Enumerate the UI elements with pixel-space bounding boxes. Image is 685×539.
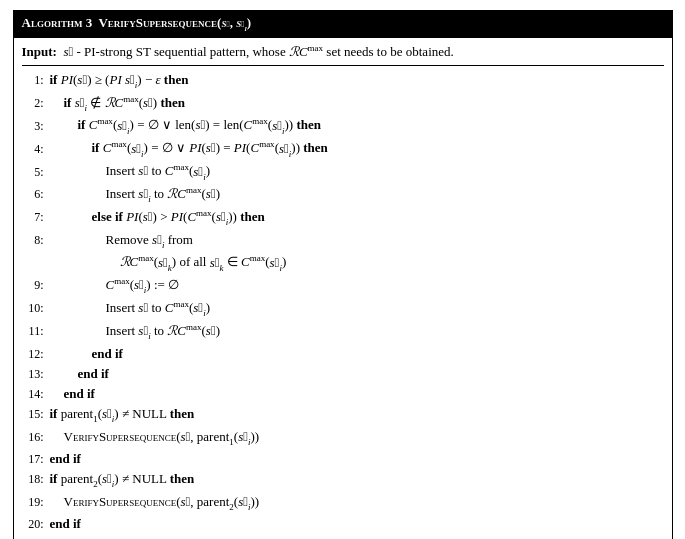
line-content-13: end if [50,364,664,384]
line-num-16: 16: [22,428,44,447]
line-7: 7: else if PI(s⃗) > PI(Cmax(s⃗i)) then [22,207,664,230]
algorithm-body: Input: s⃗ - PI-strong ST sequential patt… [14,38,672,539]
line-6: 6: Insert s⃗i to ℛCmax(s⃗) [22,184,664,207]
line-21: 21: end if [22,535,664,539]
line-num-1: 1: [22,71,44,90]
line-content-6: Insert s⃗i to ℛCmax(s⃗) [50,184,664,207]
line-content-8: Remove s⃗i from [50,230,664,253]
line-num-11: 11: [22,322,44,341]
line-1: 1: if PI(s⃗) ≥ (PI s⃗i) − ε then [22,70,664,93]
line-10: 10: Insert s⃗ to Cmax(s⃗i) [22,298,664,321]
line-num-13: 13: [22,365,44,384]
line-content-15: if parent1(s⃗i) ≠ NULL then [50,404,664,427]
line-8b: ℛCmax(s⃗k) of all s⃗k ∈ Cmax(s⃗i) [22,252,664,275]
input-desc: s⃗ - PI-strong ST sequential pattern, wh… [60,44,454,59]
line-content-14: end if [50,384,664,404]
line-num-10: 10: [22,299,44,318]
line-content-7: else if PI(s⃗) > PI(Cmax(s⃗i)) then [50,207,664,230]
line-4: 4: if Cmax(s⃗i) = ∅ ∨ PI(s⃗) = PI(Cmax(s… [22,138,664,161]
line-14: 14: end if [22,384,664,404]
line-content-4: if Cmax(s⃗i) = ∅ ∨ PI(s⃗) = PI(Cmax(s⃗i)… [50,138,664,161]
line-content-11: Insert s⃗i to ℛCmax(s⃗) [50,321,664,344]
line-num-4: 4: [22,140,44,159]
line-15: 15: if parent1(s⃗i) ≠ NULL then [22,404,664,427]
line-18: 18: if parent2(s⃗i) ≠ NULL then [22,469,664,492]
line-content-3: if Cmax(s⃗i) = ∅ ∨ len(s⃗) = len(Cmax(s⃗… [50,115,664,138]
algorithm-container: Algorithm 3 VerifySupersequence(s⃗, s⃗i)… [13,10,673,539]
line-11: 11: Insert s⃗i to ℛCmax(s⃗) [22,321,664,344]
line-content-16: VerifySupersequence(s⃗, parent1(s⃗i)) [50,427,664,450]
line-17: 17: end if [22,449,664,469]
line-num-18: 18: [22,470,44,489]
line-content-18: if parent2(s⃗i) ≠ NULL then [50,469,664,492]
line-content-20: end if [50,514,664,534]
line-num-7: 7: [22,208,44,227]
line-num-5: 5: [22,163,44,182]
algorithm-title: Algorithm 3 VerifySupersequence(s⃗, s⃗i) [22,15,252,30]
line-content-10: Insert s⃗ to Cmax(s⃗i) [50,298,664,321]
input-line: Input: s⃗ - PI-strong ST sequential patt… [22,42,664,66]
algorithm-header: Algorithm 3 VerifySupersequence(s⃗, s⃗i) [14,11,672,38]
line-num-3: 3: [22,117,44,136]
line-2: 2: if s⃗i ∉ ℛCmax(s⃗) then [22,93,664,116]
line-3: 3: if Cmax(s⃗i) = ∅ ∨ len(s⃗) = len(Cmax… [22,115,664,138]
line-content-9: Cmax(s⃗i) := ∅ [50,275,664,298]
line-num-17: 17: [22,450,44,469]
line-content-8b: ℛCmax(s⃗k) of all s⃗k ∈ Cmax(s⃗i) [50,252,664,275]
line-content-12: end if [50,344,664,364]
line-num-9: 9: [22,276,44,295]
line-content-1: if PI(s⃗) ≥ (PI s⃗i) − ε then [50,70,664,93]
line-content-2: if s⃗i ∉ ℛCmax(s⃗) then [50,93,664,116]
line-19: 19: VerifySupersequence(s⃗, parent2(s⃗i)… [22,492,664,515]
line-num-19: 19: [22,493,44,512]
line-16: 16: VerifySupersequence(s⃗, parent1(s⃗i)… [22,427,664,450]
line-num-2: 2: [22,94,44,113]
line-num-12: 12: [22,345,44,364]
line-content-21: end if [50,535,664,539]
line-num-21: 21: [22,536,44,539]
line-content-17: end if [50,449,664,469]
line-13: 13: end if [22,364,664,384]
line-num-20: 20: [22,515,44,534]
line-num-14: 14: [22,385,44,404]
line-20: 20: end if [22,514,664,534]
line-num-8: 8: [22,231,44,250]
line-12: 12: end if [22,344,664,364]
line-8: 8: Remove s⃗i from [22,230,664,253]
line-content-5: Insert s⃗ to Cmax(s⃗i) [50,161,664,184]
line-5: 5: Insert s⃗ to Cmax(s⃗i) [22,161,664,184]
input-label: Input: [22,44,57,59]
line-num-6: 6: [22,185,44,204]
line-num-15: 15: [22,405,44,424]
line-9: 9: Cmax(s⃗i) := ∅ [22,275,664,298]
line-content-19: VerifySupersequence(s⃗, parent2(s⃗i)) [50,492,664,515]
